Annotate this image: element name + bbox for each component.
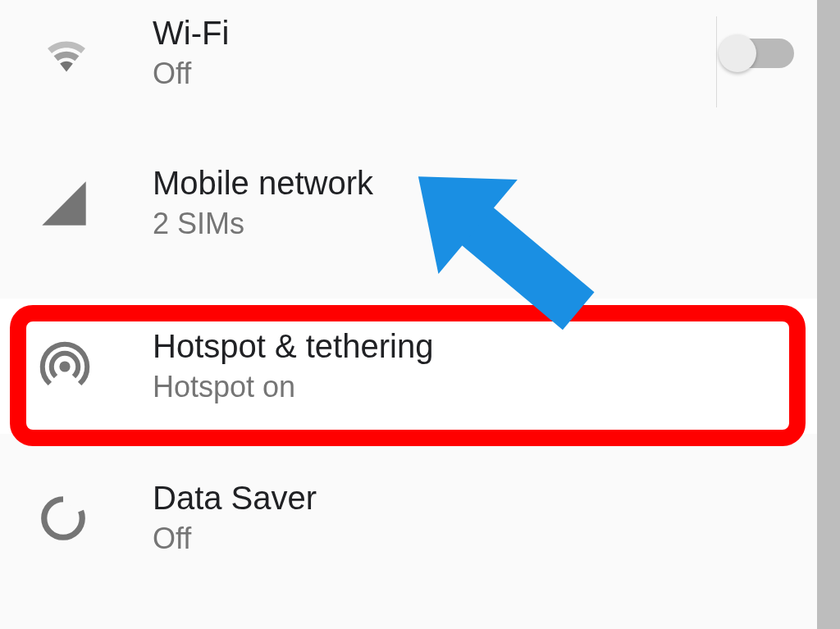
scrollbar[interactable] <box>817 0 840 629</box>
signal-icon <box>38 177 90 230</box>
wifi-subtitle: Off <box>153 57 720 91</box>
wifi-icon-container <box>30 30 153 76</box>
data-saver-title: Data Saver <box>153 480 810 517</box>
settings-list: Wi-Fi Off Mobile network 2 SIMs <box>0 0 840 629</box>
data-saver-text: Data Saver Off <box>153 480 810 556</box>
hotspot-icon-container <box>30 340 153 394</box>
mobile-network-text: Mobile network 2 SIMs <box>153 165 810 241</box>
mobile-network-icon-container <box>30 177 153 230</box>
wifi-text: Wi-Fi Off <box>153 15 720 91</box>
data-saver-subtitle: Off <box>153 522 810 556</box>
hotspot-title: Hotspot & tethering <box>153 328 810 365</box>
wifi-icon <box>38 30 95 76</box>
setting-row-mobile-network[interactable]: Mobile network 2 SIMs <box>0 124 840 282</box>
wifi-title: Wi-Fi <box>153 15 720 52</box>
hotspot-icon <box>38 340 92 394</box>
wifi-toggle[interactable] <box>720 39 794 68</box>
mobile-network-subtitle: 2 SIMs <box>153 207 810 241</box>
hotspot-subtitle: Hotspot on <box>153 370 810 404</box>
svg-point-0 <box>59 361 70 371</box>
wifi-toggle-knob <box>719 34 756 72</box>
hotspot-text: Hotspot & tethering Hotspot on <box>153 328 810 404</box>
data-saver-icon <box>38 493 89 544</box>
setting-row-data-saver[interactable]: Data Saver Off <box>0 434 840 586</box>
mobile-network-title: Mobile network <box>153 165 810 202</box>
data-saver-icon-container <box>30 493 153 544</box>
setting-row-hotspot[interactable]: Hotspot & tethering Hotspot on <box>0 299 840 434</box>
setting-row-wifi[interactable]: Wi-Fi Off <box>0 0 840 124</box>
wifi-divider <box>716 16 717 107</box>
